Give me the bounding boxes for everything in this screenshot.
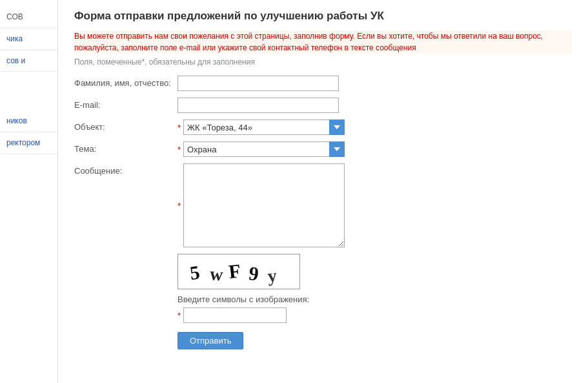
info-box: Вы можете отправить нам свои пожелания с… — [74, 30, 572, 54]
email-row: E-mail: — [74, 98, 572, 113]
svg-text:F: F — [228, 260, 242, 282]
sidebar-item-zhilchika[interactable]: чика — [0, 28, 57, 50]
object-row: Объект: * ЖК «Тореза, 44» — [74, 119, 572, 135]
sidebar-item-cob: СОВ — [0, 6, 57, 28]
fullname-field — [177, 76, 572, 91]
svg-text:w: w — [209, 264, 225, 285]
object-label: Объект: — [74, 119, 177, 132]
message-textarea[interactable] — [183, 163, 345, 247]
object-select-wrapper: ЖК «Тореза, 44» — [183, 119, 345, 135]
captcha-required-star: * — [177, 311, 181, 320]
message-row: Сообщение: * — [74, 163, 572, 247]
fullname-row: Фамилия, имя, отчество: — [74, 76, 572, 91]
message-field: * — [177, 163, 572, 247]
message-label: Сообщение: — [74, 163, 177, 176]
topic-required-star: * — [177, 145, 181, 154]
page-title: Форма отправки предложений по улучшению … — [74, 10, 572, 23]
topic-row: Тема: * Охрана — [74, 141, 572, 157]
object-select[interactable]: ЖК «Тореза, 44» — [183, 119, 345, 135]
object-field: * ЖК «Тореза, 44» — [177, 119, 572, 135]
fullname-input[interactable] — [177, 76, 339, 91]
captcha-section: 5 w F 9 y Введите символы с изображения:… — [177, 254, 572, 323]
captcha-svg: 5 w F 9 y — [181, 257, 297, 286]
captcha-input-row: * — [177, 307, 572, 323]
sidebar-item-sosov[interactable]: сов и — [0, 50, 57, 72]
sidebar-item-sotrudnikov[interactable]: ников — [0, 110, 57, 132]
topic-select-wrapper: Охрана — [183, 141, 345, 157]
fullname-label: Фамилия, имя, отчество: — [74, 76, 177, 88]
captcha-label: Введите символы с изображения: — [177, 295, 572, 304]
object-required-star: * — [177, 123, 181, 132]
sidebar-item-direktorom[interactable]: ректором — [0, 132, 57, 154]
main-content: Форма отправки предложений по улучшению … — [58, 0, 588, 383]
topic-field: * Охрана — [177, 141, 572, 157]
topic-label: Тема: — [74, 141, 177, 154]
topic-select[interactable]: Охрана — [183, 141, 345, 157]
required-note: Поля, помеченные*, обязательны для запол… — [74, 57, 572, 67]
svg-text:y: y — [267, 265, 278, 286]
captcha-image: 5 w F 9 y — [177, 254, 300, 289]
submit-button[interactable]: Отправить — [177, 332, 243, 349]
email-label: E-mail: — [74, 98, 177, 110]
captcha-input[interactable] — [183, 307, 287, 323]
message-required-star: * — [177, 201, 181, 211]
email-input[interactable] — [177, 98, 339, 113]
sidebar: СОВ чика сов и ников ректором — [0, 0, 58, 383]
email-field — [177, 98, 572, 113]
